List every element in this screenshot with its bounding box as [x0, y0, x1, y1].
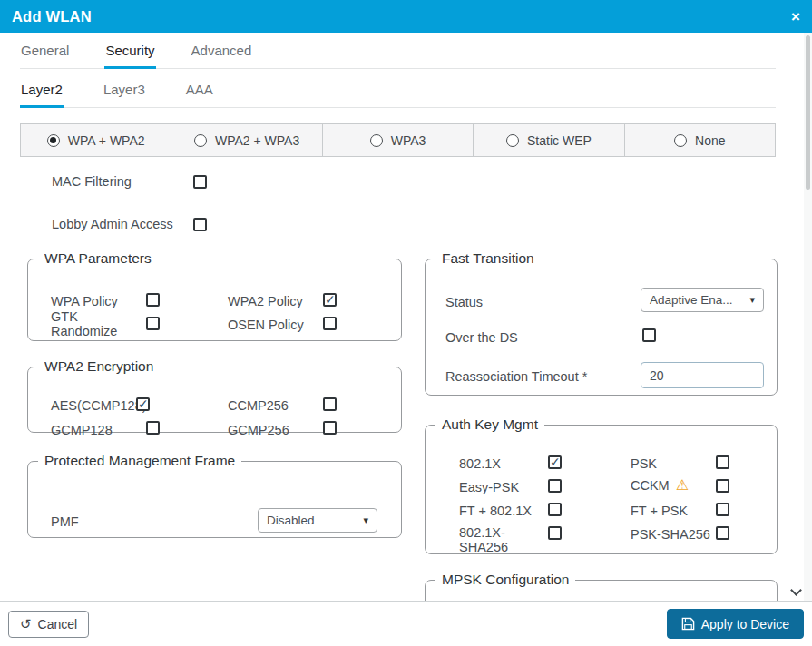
aes-ccmp128-label: AES(CCMP128) — [51, 398, 147, 413]
apply-to-device-button[interactable]: Apply to Device — [667, 609, 804, 639]
vertical-scrollbar[interactable] — [804, 33, 812, 601]
dialog-title: Add WLAN — [12, 8, 92, 25]
akm-easy-psk-checkbox[interactable] — [548, 479, 562, 493]
radio-icon — [47, 134, 60, 147]
cancel-button[interactable]: ↺ Cancel — [8, 611, 89, 638]
akm-ft-8021x-label: FT + 802.1X — [459, 504, 532, 518]
wpa2-policy-checkbox[interactable] — [323, 293, 337, 307]
segment-wpa3[interactable]: WPA3 — [322, 123, 474, 157]
fast-transition-fieldset: Fast Transition Status Adaptive Ena... ▾… — [425, 250, 778, 396]
osen-policy-label: OSEN Policy — [228, 318, 304, 332]
chevron-down-icon: ▾ — [357, 514, 368, 526]
scrollbar-thumb[interactable] — [806, 35, 810, 190]
auth-key-mgmt-fieldset: Auth Key Mgmt 802.1X PSK Easy-PSK CCKM ⚠… — [425, 416, 778, 554]
apply-label: Apply to Device — [701, 617, 789, 631]
akm-psk-sha256-checkbox[interactable] — [716, 526, 729, 540]
wpa-parameters-legend: WPA Parameters — [38, 250, 158, 267]
segment-label: WPA2 + WPA3 — [215, 133, 299, 148]
pmf-fieldset: Protected Management Frame PMF Disabled … — [27, 453, 402, 538]
akm-cckm-label: CCKM — [631, 478, 670, 493]
akm-8021x-sha256-label: 802.1X-SHA256 — [459, 525, 532, 554]
segment-wpa2-wpa3[interactable]: WPA2 + WPA3 — [171, 123, 322, 157]
akm-psk-checkbox[interactable] — [716, 455, 729, 469]
wpa-policy-label: WPA Policy — [51, 294, 118, 308]
security-subtabs: Layer2 Layer3 AAA — [20, 82, 776, 108]
wpa-policy-checkbox[interactable] — [146, 293, 160, 307]
gcmp128-checkbox[interactable] — [146, 421, 160, 435]
radio-icon — [194, 134, 207, 147]
pmf-label: PMF — [51, 514, 79, 529]
mpsk-configuration-legend: MPSK Configuration — [435, 572, 575, 588]
mac-filtering-label: MAC Filtering — [52, 174, 193, 189]
close-icon[interactable]: × — [791, 9, 800, 24]
segment-wpa-wpa2[interactable]: WPA + WPA2 — [20, 123, 171, 157]
aes-ccmp128-checkbox[interactable] — [136, 397, 150, 411]
layer2-security-mode-group: WPA + WPA2 WPA2 + WPA3 WPA3 Static WEP N… — [20, 123, 776, 157]
pmf-legend: Protected Management Frame — [38, 453, 241, 469]
segment-label: WPA3 — [391, 133, 426, 148]
akm-8021x-checkbox[interactable] — [548, 455, 562, 469]
chevron-down-icon[interactable] — [790, 584, 802, 596]
subtab-layer2[interactable]: Layer2 — [20, 82, 64, 97]
gcmp256-label: GCMP256 — [228, 423, 289, 437]
lobby-admin-access-label: Lobby Admin Access — [52, 217, 193, 231]
subtab-aaa[interactable]: AAA — [185, 82, 214, 97]
over-the-ds-checkbox[interactable] — [642, 328, 656, 342]
gtk-randomize-checkbox[interactable] — [146, 317, 160, 330]
akm-psk-label: PSK — [631, 456, 657, 471]
wpa2-encryption-fieldset: WPA2 Encryption AES(CCMP128) CCMP256 GCM… — [27, 358, 402, 433]
radio-icon — [506, 134, 519, 147]
mac-filtering-checkbox[interactable] — [193, 175, 207, 189]
akm-8021x-label: 802.1X — [459, 456, 501, 471]
akm-psk-sha256-label: PSK-SHA256 — [631, 527, 710, 542]
pmf-select[interactable]: Disabled ▾ — [258, 508, 377, 533]
status-select-value: Adaptive Ena... — [650, 293, 733, 307]
pmf-select-value: Disabled — [267, 514, 315, 527]
akm-ft-psk-label: FT + PSK — [631, 504, 688, 518]
dialog-footer: ↺ Cancel Apply to Device — [0, 601, 812, 646]
mac-filtering-row: MAC Filtering — [52, 174, 207, 189]
wpa2-encryption-legend: WPA2 Encryption — [38, 358, 160, 375]
osen-policy-checkbox[interactable] — [323, 317, 337, 330]
radio-icon — [370, 134, 383, 147]
segment-label: None — [695, 133, 725, 148]
tab-security[interactable]: Security — [104, 43, 155, 58]
dialog-titlebar: Add WLAN × — [0, 0, 812, 33]
akm-cckm-checkbox[interactable] — [716, 479, 729, 493]
ccmp256-checkbox[interactable] — [323, 397, 337, 411]
akm-ft-8021x-checkbox[interactable] — [548, 503, 562, 516]
gcmp256-checkbox[interactable] — [323, 421, 337, 435]
akm-cckm-label-group: CCKM ⚠ — [631, 478, 689, 493]
auth-key-mgmt-legend: Auth Key Mgmt — [435, 416, 544, 433]
fast-transition-status-select[interactable]: Adaptive Ena... ▾ — [641, 288, 764, 312]
ccmp256-label: CCMP256 — [228, 398, 289, 413]
segment-label: WPA + WPA2 — [68, 133, 145, 148]
subtab-layer3[interactable]: Layer3 — [103, 82, 146, 97]
gtk-randomize-label: GTK Randomize — [51, 309, 127, 338]
radio-icon — [674, 134, 687, 147]
segment-none[interactable]: None — [624, 123, 776, 157]
cancel-label: Cancel — [38, 617, 78, 631]
akm-ft-psk-checkbox[interactable] — [716, 503, 729, 516]
segment-static-wep[interactable]: Static WEP — [473, 123, 624, 157]
lobby-admin-access-checkbox[interactable] — [193, 218, 207, 231]
wpa2-policy-label: WPA2 Policy — [228, 294, 303, 308]
add-wlan-dialog: Add WLAN × General Security Advanced Lay… — [0, 0, 812, 646]
tab-advanced[interactable]: Advanced — [191, 43, 253, 58]
akm-8021x-sha256-checkbox[interactable] — [548, 526, 562, 540]
akm-easy-psk-label: Easy-PSK — [459, 480, 519, 494]
chevron-down-icon: ▾ — [744, 294, 755, 306]
main-tabs: General Security Advanced — [20, 43, 776, 69]
segment-label: Static WEP — [527, 133, 592, 148]
fast-transition-legend: Fast Transition — [435, 250, 541, 267]
reassociation-timeout-input[interactable] — [641, 362, 764, 388]
reassociation-timeout-label: Reassociation Timeout * — [445, 369, 587, 384]
lobby-admin-access-row: Lobby Admin Access — [52, 217, 207, 231]
status-label: Status — [445, 295, 483, 309]
warning-icon: ⚠ — [676, 478, 689, 493]
over-the-ds-label: Over the DS — [445, 330, 518, 345]
tab-general[interactable]: General — [20, 43, 70, 58]
wpa-parameters-fieldset: WPA Parameters WPA Policy WPA2 Policy GT… — [27, 250, 402, 341]
undo-icon: ↺ — [20, 617, 32, 631]
save-icon — [681, 617, 695, 631]
